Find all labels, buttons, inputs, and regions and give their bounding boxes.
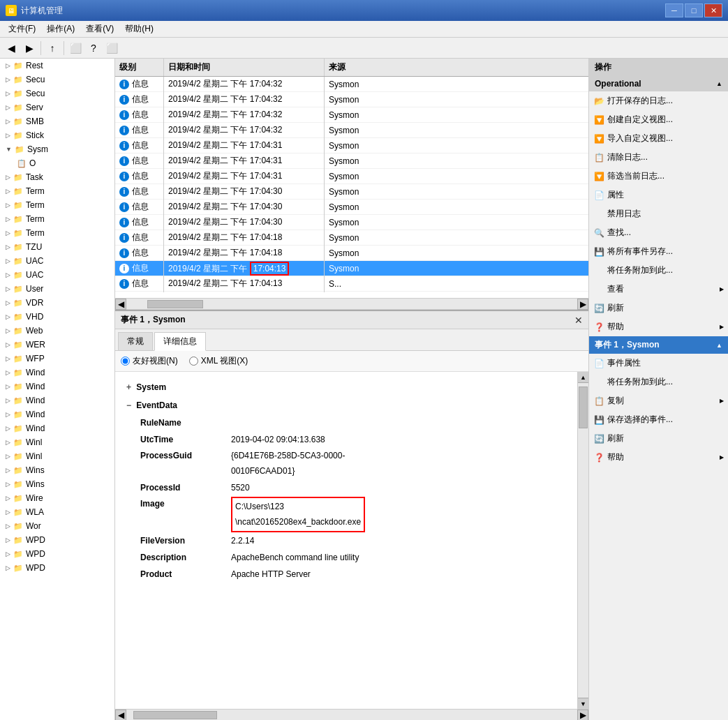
close-button[interactable]: ✕ — [704, 3, 722, 17]
menu-help[interactable]: 帮助(H) — [119, 22, 159, 36]
sidebar-item-wind2[interactable]: ▷ 📁 Wind — [0, 380, 114, 393]
action-filter-log[interactable]: 🔽 筛选当前日志... — [589, 167, 728, 186]
sidebar-item-user[interactable]: ▷ 📁 User — [0, 282, 114, 296]
action-copy[interactable]: 📋 复制 — [589, 391, 728, 410]
sidebar-item-web[interactable]: ▷ 📁 Web — [0, 324, 114, 338]
sidebar-item-term2[interactable]: ▷ 📁 Term — [0, 198, 114, 212]
scroll-right-btn[interactable]: ▶ — [577, 299, 588, 310]
detail-vscrollbar[interactable]: ▲ ▼ — [577, 372, 588, 709]
sidebar-item-secu2[interactable]: ▷ 📁 Secu — [0, 87, 114, 100]
sidebar-item-term1[interactable]: ▷ 📁 Term — [0, 184, 114, 198]
sidebar-item-wind1[interactable]: ▷ 📁 Wind — [0, 366, 114, 380]
tab-general[interactable]: 常规 — [118, 332, 153, 350]
action-view[interactable]: 查看 — [589, 280, 728, 299]
sidebar-item-term3[interactable]: ▷ 📁 Term — [0, 212, 114, 226]
right-section-event[interactable]: 事件 1，Sysmon ▲ — [589, 336, 728, 354]
table-row-selected[interactable]: i信息 2019/4/2 星期二 下午 17:04:13 Sysmon — [115, 261, 588, 276]
table-row[interactable]: i信息 2019/4/2 星期二 下午 17:04:32 Sysmon — [115, 123, 588, 138]
sidebar-item-wpd2[interactable]: ▷ 📁 WPD — [0, 547, 114, 561]
sidebar-item-term4[interactable]: ▷ 📁 Term — [0, 226, 114, 240]
view-button-1[interactable]: ⬜ — [67, 40, 84, 57]
action-open-saved-log[interactable]: 📂 打开保存的日志... — [589, 91, 728, 110]
sidebar-item-wins1[interactable]: ▷ 📁 Wins — [0, 463, 114, 477]
detail-hscrollbar[interactable]: ◀ ▶ — [115, 709, 588, 720]
sidebar-item-operational[interactable]: 📋 O — [0, 156, 114, 170]
action-find[interactable]: 🔍 查找... — [589, 223, 728, 242]
sidebar-item-smb[interactable]: ▷ 📁 SMB — [0, 114, 114, 128]
sidebar-item-task[interactable]: ▷ 📁 Task — [0, 170, 114, 184]
action-import-custom-view[interactable]: 🔽 导入自定义视图... — [589, 129, 728, 148]
sidebar-item-winl1[interactable]: ▷ 📁 Winl — [0, 435, 114, 449]
action-clear-log[interactable]: 📋 清除日志... — [589, 148, 728, 167]
sidebar-item-wire[interactable]: ▷ 📁 Wire — [0, 491, 114, 505]
table-row[interactable]: i信息 2019/4/2 星期二 下午 17:04:30 Sysmon — [115, 200, 588, 215]
action-properties[interactable]: 📄 属性 — [589, 186, 728, 204]
maximize-button[interactable]: □ — [685, 3, 703, 17]
sidebar-item-sysm[interactable]: ▼ 📁 Sysm — [0, 142, 114, 156]
scroll-down-btn[interactable]: ▼ — [578, 698, 588, 709]
sidebar-item-vdr[interactable]: ▷ 📁 VDR — [0, 296, 114, 310]
tab-details[interactable]: 详细信息 — [154, 332, 206, 351]
table-row[interactable]: i信息 2019/4/2 星期二 下午 17:04:31 Sysmon — [115, 169, 588, 184]
scroll-thumb-v[interactable] — [579, 387, 588, 428]
scroll-left-btn[interactable]: ◀ — [115, 299, 126, 310]
table-row[interactable]: i信息 2019/4/2 星期二 下午 17:04:30 Sysmon — [115, 215, 588, 230]
table-row[interactable]: i信息 2019/4/2 星期二 下午 17:04:18 Sysmon — [115, 230, 588, 246]
system-section[interactable]: + System — [126, 380, 566, 396]
view-button-2[interactable]: ⬜ — [103, 40, 120, 57]
sidebar-item-wpd1[interactable]: ▷ 📁 WPD — [0, 533, 114, 547]
action-refresh-event[interactable]: 🔄 刷新 — [589, 429, 728, 448]
action-help-event[interactable]: ❓ 帮助 — [589, 448, 728, 467]
sidebar-item-wor[interactable]: ▷ 📁 Wor — [0, 519, 114, 533]
scroll-thumb2[interactable] — [133, 711, 217, 719]
xml-view-radio[interactable] — [189, 357, 198, 366]
up-button[interactable]: ↑ — [44, 40, 61, 57]
minimize-button[interactable]: ─ — [665, 3, 683, 17]
forward-button[interactable]: ▶ — [21, 40, 38, 57]
action-save-all-events[interactable]: 💾 将所有事件另存... — [589, 242, 728, 261]
event-detail-close[interactable]: ✕ — [574, 315, 583, 326]
sidebar-item-wfp[interactable]: ▷ 📁 WFP — [0, 352, 114, 366]
sidebar-item-wer[interactable]: ▷ 📁 WER — [0, 338, 114, 352]
action-create-custom-view[interactable]: 🔽 创建自定义视图... — [589, 110, 728, 129]
action-disable-log[interactable]: 禁用日志 — [589, 204, 728, 223]
sidebar-item-wind3[interactable]: ▷ 📁 Wind — [0, 393, 114, 407]
action-refresh[interactable]: 🔄 刷新 — [589, 299, 728, 317]
sidebar-item-wins2[interactable]: ▷ 📁 Wins — [0, 477, 114, 491]
horizontal-scrollbar[interactable]: ◀ ▶ — [115, 298, 588, 309]
action-save-selected[interactable]: 💾 保存选择的事件... — [589, 410, 728, 429]
sidebar-item-rest[interactable]: ▷ 📁 Rest — [0, 59, 114, 73]
table-row[interactable]: i信息 2019/4/2 星期二 下午 17:04:32 Sysmon — [115, 77, 588, 92]
xml-view-option[interactable]: XML 视图(X) — [189, 355, 248, 367]
menu-action[interactable]: 操作(A) — [41, 22, 80, 36]
right-section-operational[interactable]: Operational ▲ — [589, 76, 728, 91]
menu-view[interactable]: 查看(V) — [80, 22, 119, 36]
eventdata-section[interactable]: − EventData — [126, 398, 566, 414]
table-row[interactable]: i信息 2019/4/2 星期二 下午 17:04:30 Sysmon — [115, 184, 588, 200]
table-row[interactable]: i信息 2019/4/2 星期二 下午 17:04:32 Sysmon — [115, 107, 588, 123]
help-toolbar-button[interactable]: ? — [85, 40, 102, 57]
sidebar-item-winl2[interactable]: ▷ 📁 Winl — [0, 449, 114, 463]
scroll-right-btn2[interactable]: ▶ — [577, 710, 588, 721]
back-button[interactable]: ◀ — [3, 40, 20, 57]
table-row[interactable]: i信息 2019/4/2 星期二 下午 17:04:31 Sysmon — [115, 153, 588, 169]
sidebar-item-wind4[interactable]: ▷ 📁 Wind — [0, 407, 114, 421]
sidebar-item-uac1[interactable]: ▷ 📁 UAC — [0, 254, 114, 268]
sidebar-item-uac2[interactable]: ▷ 📁 UAC — [0, 268, 114, 282]
table-row[interactable]: i信息 2019/4/2 星期二 下午 17:04:31 Sysmon — [115, 138, 588, 153]
sidebar-item-wla[interactable]: ▷ 📁 WLA — [0, 505, 114, 519]
sidebar-item-stick[interactable]: ▷ 📁 Stick — [0, 128, 114, 142]
scroll-thumb[interactable] — [147, 300, 203, 308]
action-event-properties[interactable]: 📄 事件属性 — [589, 354, 728, 373]
menu-file[interactable]: 文件(F) — [3, 22, 41, 36]
sidebar-item-tzu[interactable]: ▷ 📁 TZU — [0, 240, 114, 254]
action-attach-task[interactable]: 将任务附加到此... — [589, 261, 728, 280]
table-row[interactable]: i信息 2019/4/2 星期二 下午 17:04:32 Sysmon — [115, 92, 588, 107]
sidebar-item-serv[interactable]: ▷ 📁 Serv — [0, 100, 114, 114]
scroll-left-btn2[interactable]: ◀ — [115, 710, 126, 721]
scroll-up-btn[interactable]: ▲ — [578, 372, 588, 383]
action-help[interactable]: ❓ 帮助 — [589, 317, 728, 336]
action-attach-task-event[interactable]: 将任务附加到此... — [589, 373, 728, 391]
table-row[interactable]: i信息 2019/4/2 星期二 下午 17:04:13 S... — [115, 276, 588, 292]
sidebar-item-secu1[interactable]: ▷ 📁 Secu — [0, 73, 114, 87]
